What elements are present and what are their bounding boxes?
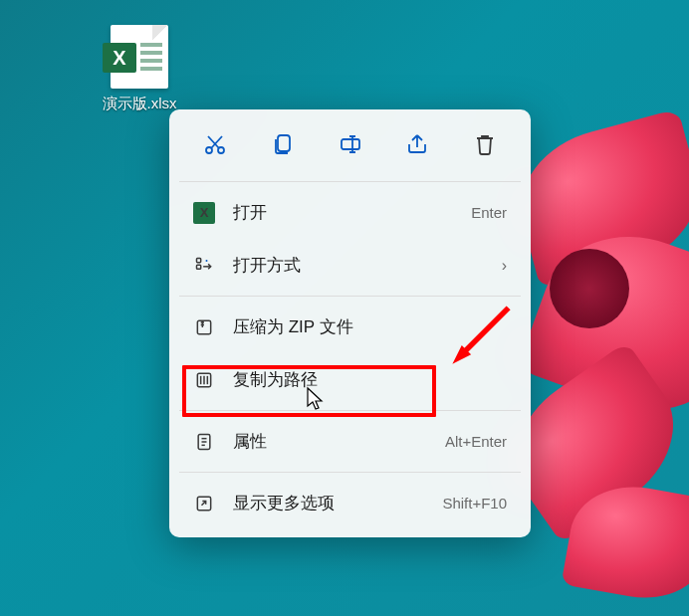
menu-item-show-more[interactable]: 显示更多选项 Shift+F10 xyxy=(177,477,523,529)
delete-icon xyxy=(473,132,497,156)
svg-point-9 xyxy=(206,260,208,262)
svg-rect-5 xyxy=(342,139,359,149)
menu-item-properties[interactable]: 属性 Alt+Enter xyxy=(177,415,523,468)
menu-label: 打开方式 xyxy=(233,254,502,277)
menu-shortcut: Enter xyxy=(471,204,507,221)
svg-rect-4 xyxy=(278,135,290,151)
divider xyxy=(179,472,521,473)
svg-point-1 xyxy=(218,147,224,153)
divider xyxy=(179,410,521,411)
rename-icon xyxy=(339,132,362,156)
menu-item-open[interactable]: X 打开 Enter xyxy=(177,186,523,239)
open-with-icon xyxy=(193,255,215,277)
rename-button[interactable] xyxy=(331,125,370,163)
share-button[interactable] xyxy=(397,125,437,163)
zip-icon xyxy=(193,316,215,338)
desktop-file-excel[interactable]: X 演示版.xlsx xyxy=(90,25,189,113)
svg-rect-8 xyxy=(197,265,201,269)
menu-label: 压缩为 ZIP 文件 xyxy=(233,315,507,338)
properties-icon xyxy=(193,431,215,453)
menu-item-copy-as-path[interactable]: 复制为路径 xyxy=(177,353,523,406)
context-menu: X 打开 Enter 打开方式 › xyxy=(169,109,531,537)
menu-item-compress-zip[interactable]: 压缩为 ZIP 文件 xyxy=(177,301,523,353)
svg-rect-7 xyxy=(197,258,201,262)
menu-label: 打开 xyxy=(233,201,471,224)
copy-button[interactable] xyxy=(263,125,303,163)
menu-label: 属性 xyxy=(233,430,445,453)
show-more-icon xyxy=(193,493,215,514)
divider xyxy=(179,181,521,182)
menu-shortcut: Alt+Enter xyxy=(445,433,507,450)
cut-icon xyxy=(203,132,227,156)
menu-label: 复制为路径 xyxy=(233,368,507,391)
copy-icon xyxy=(271,132,295,156)
delete-button[interactable] xyxy=(465,125,505,163)
copy-path-icon xyxy=(193,369,215,391)
menu-shortcut: Shift+F10 xyxy=(442,495,507,512)
divider xyxy=(179,296,521,297)
excel-app-icon: X xyxy=(193,202,215,224)
cut-button[interactable] xyxy=(195,125,235,163)
excel-badge: X xyxy=(103,43,136,73)
desktop-background: X 演示版.xlsx xyxy=(0,0,689,616)
quick-action-row xyxy=(177,117,523,177)
share-icon xyxy=(405,132,429,156)
menu-label: 显示更多选项 xyxy=(233,492,442,514)
svg-point-0 xyxy=(206,147,212,153)
menu-item-open-with[interactable]: 打开方式 › xyxy=(177,239,523,292)
chevron-right-icon: › xyxy=(502,257,507,275)
excel-file-icon: X xyxy=(111,25,168,89)
